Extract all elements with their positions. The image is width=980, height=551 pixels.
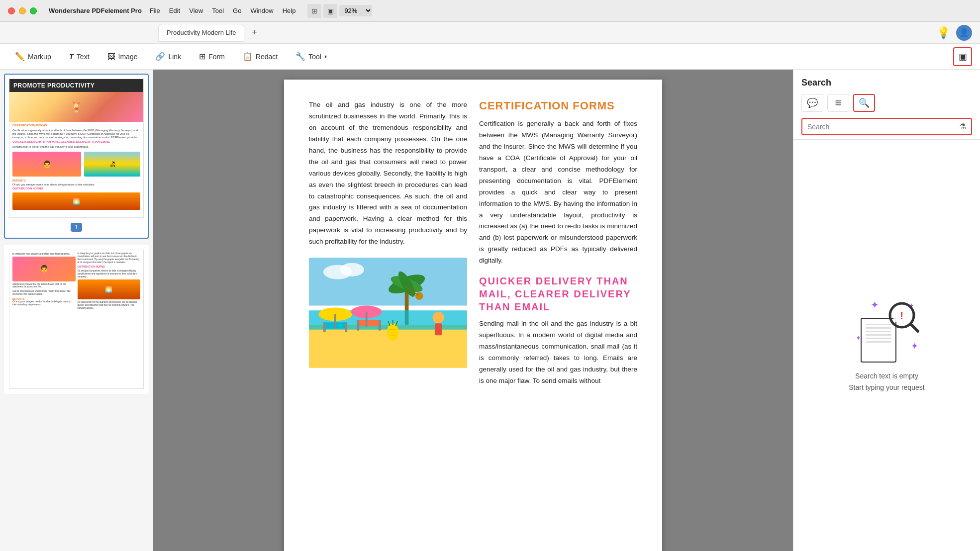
svg-rect-18 xyxy=(379,320,381,331)
svg-rect-15 xyxy=(357,320,381,324)
panel-toggle-button[interactable]: ▣ xyxy=(953,47,972,66)
magnifying-glass: ! xyxy=(887,300,919,335)
markup-label: Markup xyxy=(28,53,51,61)
filter-icon[interactable]: ⚗ xyxy=(959,122,966,131)
search-mode-row: 💬 ≡ 🔍 xyxy=(801,94,972,112)
search-empty-line2: Start typing your request xyxy=(849,382,925,393)
search-empty-state: ✦ ✦ ✦ ✦ ! xyxy=(793,140,980,551)
text-icon: T xyxy=(69,52,74,61)
search-illustration: ✦ ✦ ✦ ✦ ! xyxy=(855,298,919,363)
menu-view[interactable]: View xyxy=(189,7,203,14)
active-tab[interactable]: Productivity Modern Life xyxy=(158,24,244,42)
text-search-button[interactable]: ≡ xyxy=(827,94,849,112)
page-1-content: PROMOTE PRODUCTIVITY 🍹 CERTIFICATION FOR… xyxy=(9,79,144,218)
svg-rect-14 xyxy=(345,322,347,332)
svg-rect-20 xyxy=(334,314,336,329)
svg-point-23 xyxy=(433,312,444,323)
comment-icon: 💬 xyxy=(807,97,818,108)
thumb-text-lower: REPORTS Oil and gas managers need to be … xyxy=(9,178,143,191)
menu-bar: File Edit View Tool Go Window Help xyxy=(150,7,296,14)
svg-point-2 xyxy=(340,263,364,276)
page-thumb-1[interactable]: PROMOTE PRODUCTIVITY 🍹 CERTIFICATION FOR… xyxy=(4,74,149,239)
svg-point-7 xyxy=(415,292,423,300)
menu-go[interactable]: Go xyxy=(233,7,241,14)
svg-line-34 xyxy=(911,324,918,331)
image-icon: 🖼 xyxy=(107,52,115,61)
two-col-layout: The oil and gas industry is one of the m… xyxy=(309,99,637,387)
tool-button[interactable]: 🔧 Tool ▾ xyxy=(289,49,334,64)
beach-scene-svg xyxy=(309,256,467,370)
menu-edit[interactable]: Edit xyxy=(169,7,180,14)
menu-window[interactable]: Window xyxy=(250,7,273,14)
new-tab-button[interactable]: + xyxy=(247,26,261,40)
sparkle-bottom-left-icon: ✦ xyxy=(856,334,861,342)
form-button[interactable]: ⊞ Form xyxy=(192,49,232,64)
page-thumb-2[interactable]: to integrate your graphs and data into t… xyxy=(4,245,149,394)
svg-rect-17 xyxy=(357,320,359,331)
thumb-body-2: to integrate your graphs and data into t… xyxy=(9,250,143,389)
image-button[interactable]: 🖼 Image xyxy=(100,49,145,64)
avatar[interactable]: 👤 xyxy=(956,25,972,41)
link-label: Link xyxy=(168,53,181,61)
titlebar: Wondershare PDFelement Pro File Edit Vie… xyxy=(0,0,980,22)
tool-chevron-icon: ▾ xyxy=(324,54,327,59)
redact-button[interactable]: 📋 Redact xyxy=(236,49,285,64)
markup-button[interactable]: ✏️ Markup xyxy=(8,49,58,64)
close-button[interactable] xyxy=(8,7,15,14)
link-icon: 🔗 xyxy=(155,52,165,61)
sidebar: PROMOTE PRODUCTIVITY 🍹 CERTIFICATION FOR… xyxy=(0,70,153,551)
link-button[interactable]: 🔗 Link xyxy=(148,49,188,64)
image-label: Image xyxy=(118,53,138,61)
search-empty-message: Search text is empty Start typing your r… xyxy=(849,370,925,393)
beach-image-container xyxy=(309,256,467,372)
traffic-lights xyxy=(8,7,37,14)
search-input-row[interactable]: ⚗ xyxy=(801,118,972,135)
page-badge-1: 1 xyxy=(71,223,82,232)
search-mode-button[interactable]: 🔍 xyxy=(853,94,875,112)
zoom-select[interactable]: 92% 100% 75% xyxy=(339,5,372,16)
quicker-heading: QUICKER DELIVERY THAN MAIL, CLEARER DELI… xyxy=(479,275,637,313)
text-button[interactable]: T Text xyxy=(62,49,97,64)
thumb-bottom-image: 🌅 xyxy=(9,191,143,211)
comment-search-button[interactable]: 💬 xyxy=(801,94,823,112)
menu-tool[interactable]: Tool xyxy=(212,7,224,14)
pdf-left-body: The oil and gas industry is one of the m… xyxy=(309,99,467,248)
pdf-area: The oil and gas industry is one of the m… xyxy=(153,70,793,551)
minimize-button[interactable] xyxy=(19,7,26,14)
text-label: Text xyxy=(77,53,90,61)
quicker-body-text: Sending mail in the oil and the gas indu… xyxy=(479,318,637,387)
tab-right-area: 💡 👤 xyxy=(937,25,980,41)
svg-rect-13 xyxy=(323,322,326,332)
menu-help[interactable]: Help xyxy=(283,7,296,14)
toolbar: ✏️ Markup T Text 🖼 Image 🔗 Link ⊞ Form 📋… xyxy=(0,44,980,70)
svg-text:!: ! xyxy=(900,309,903,322)
pdf-right-column: CERTIFICATION FORMS Certification is gen… xyxy=(479,99,637,387)
search-empty-line1: Search text is empty xyxy=(849,370,925,381)
thumb-header-1: PROMOTE PRODUCTIVITY xyxy=(9,79,143,92)
grid-view-button[interactable]: ⊞ xyxy=(307,4,321,18)
tab-title: Productivity Modern Life xyxy=(167,29,236,36)
panel-view-button[interactable]: ▣ xyxy=(323,4,337,18)
form-icon: ⊞ xyxy=(199,52,205,61)
svg-rect-16 xyxy=(359,324,379,326)
redact-icon: 📋 xyxy=(243,52,253,61)
tool-label: Tool xyxy=(308,53,321,61)
text-lines-icon: ≡ xyxy=(835,97,842,108)
cert-heading: CERTIFICATION FORMS xyxy=(479,99,637,112)
search-input[interactable] xyxy=(807,123,955,131)
tool-icon: 🔧 xyxy=(295,52,305,61)
thumb-body-1: CERTIFICATION FORMS Certification is gen… xyxy=(9,122,143,151)
view-controls: ⊞ ▣ 92% 100% 75% xyxy=(307,4,372,18)
tabbar: Productivity Modern Life + 💡 👤 xyxy=(0,22,980,44)
search-panel-title: Search xyxy=(801,78,972,88)
main-layout: PROMOTE PRODUCTIVITY 🍹 CERTIFICATION FOR… xyxy=(0,70,980,551)
sparkle-top-left-icon: ✦ xyxy=(871,299,879,311)
svg-rect-24 xyxy=(435,323,441,335)
tips-icon[interactable]: 💡 xyxy=(937,26,950,39)
maximize-button[interactable] xyxy=(30,7,37,14)
cert-body-text: Certification is generally a back and fo… xyxy=(479,118,637,267)
page-num-area: 1 xyxy=(9,221,144,234)
thumb-image-1: 🍹 xyxy=(9,92,143,122)
menu-file[interactable]: File xyxy=(150,7,160,14)
form-label: Form xyxy=(208,53,225,61)
